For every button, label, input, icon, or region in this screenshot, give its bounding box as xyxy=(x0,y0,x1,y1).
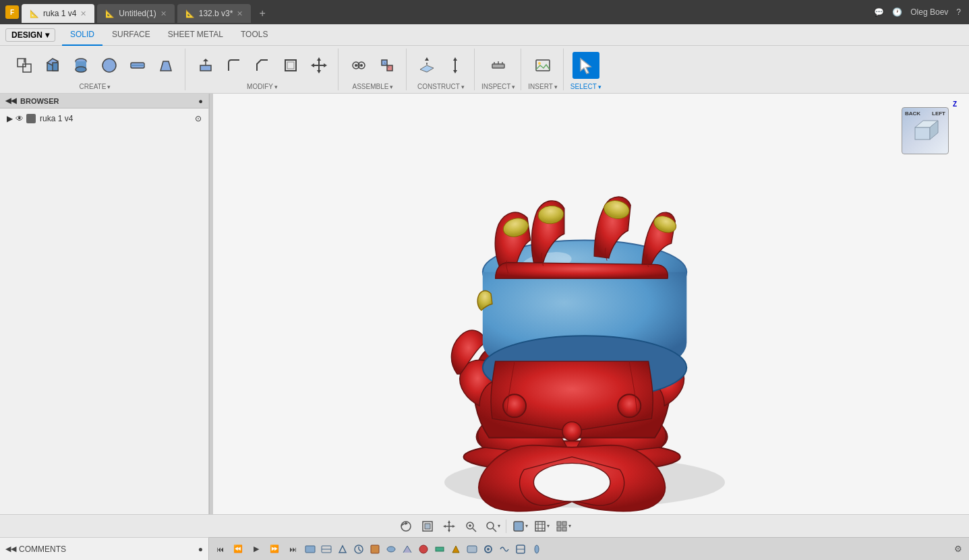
fit-btn[interactable] xyxy=(418,517,437,536)
orbit-btn[interactable] xyxy=(397,517,415,536)
assemble-joint-btn[interactable] xyxy=(345,52,372,79)
timeline-item-10[interactable] xyxy=(448,542,463,557)
timeline-next-btn[interactable]: ⏩ xyxy=(266,541,283,557)
comments-title: COMMENTS xyxy=(19,545,66,554)
tab-solid[interactable]: SOLID xyxy=(62,24,102,46)
svg-marker-23 xyxy=(324,63,327,67)
modify-fillet-btn[interactable] xyxy=(221,52,247,79)
inspect-measure-btn[interactable] xyxy=(485,52,512,79)
nav-cube-inner[interactable]: BACK LEFT xyxy=(902,107,949,154)
cube-z-label: Z xyxy=(953,100,957,108)
zoom-fit-btn[interactable] xyxy=(461,517,480,536)
timeline-item-11[interactable] xyxy=(465,542,479,557)
svg-marker-97 xyxy=(452,546,459,553)
nav-cube[interactable]: Z BACK LEFT xyxy=(902,107,956,161)
tab-132b[interactable]: 📐 132.b v3* ✕ xyxy=(177,4,252,23)
timeline-settings-btn[interactable]: ⚙ xyxy=(950,541,966,557)
browser-item-ruka[interactable]: ▶ 👁 ruka 1 v4 ⊙ xyxy=(4,113,204,125)
tab-ruka[interactable]: 📐 ruka 1 v4 ✕ xyxy=(22,4,94,23)
select-tool-btn[interactable] xyxy=(572,52,599,79)
browser-item-eye-icon[interactable]: 👁 xyxy=(16,114,24,123)
svg-point-27 xyxy=(360,64,363,67)
create-cylinder-btn[interactable] xyxy=(67,52,94,79)
tab-surface[interactable]: SURFACE xyxy=(104,24,158,46)
chat-icon[interactable]: 💬 xyxy=(874,7,884,17)
tab-icon-untitled: 📐 xyxy=(105,9,115,18)
view-options-btn[interactable]: ▾ xyxy=(554,517,572,536)
timeline-bar: ⏮ ⏪ ▶ ⏩ ⏭ xyxy=(209,537,969,560)
svg-rect-65 xyxy=(425,524,430,529)
add-tab-button[interactable]: + xyxy=(254,7,270,20)
timeline-item-15[interactable] xyxy=(529,542,544,557)
toolbar-group-modify-label[interactable]: MODIFY xyxy=(247,83,278,90)
display-mode-btn[interactable]: ▾ xyxy=(510,517,529,536)
timeline-item-1[interactable] xyxy=(303,542,318,557)
timeline-play-btn[interactable]: ▶ xyxy=(248,541,264,557)
timeline-item-4[interactable] xyxy=(351,542,366,557)
create-pipe-btn[interactable] xyxy=(124,52,151,79)
svg-point-95 xyxy=(419,545,428,553)
timeline-item-2[interactable] xyxy=(319,542,334,557)
toolbar-group-inspect-label[interactable]: INSPECT xyxy=(481,83,515,90)
timeline-prev-btn[interactable]: ⏪ xyxy=(230,541,246,557)
grid-btn[interactable]: ▾ xyxy=(532,517,551,536)
timeline-item-3[interactable] xyxy=(335,542,350,557)
toolbar-group-inspect: INSPECT xyxy=(476,49,521,90)
insert-image-btn[interactable] xyxy=(529,52,556,79)
toolbar-group-construct-label[interactable]: CONSTRUCT xyxy=(417,83,465,90)
help-icon[interactable]: ? xyxy=(956,7,961,17)
zoom-dropdown-btn[interactable]: ▾ xyxy=(483,517,502,536)
svg-rect-37 xyxy=(492,64,504,68)
create-sphere-btn[interactable] xyxy=(96,52,123,79)
toolbar-group-create-label[interactable]: CREATE xyxy=(80,83,111,90)
modify-press-pull-btn[interactable] xyxy=(192,52,219,79)
modify-chamfer-btn[interactable] xyxy=(249,52,276,79)
timeline-item-12[interactable] xyxy=(481,542,496,557)
svg-rect-13 xyxy=(200,65,211,71)
toolbar-group-insert-label[interactable]: INSERT xyxy=(528,83,558,90)
viewport[interactable]: Z BACK LEFT xyxy=(213,94,969,514)
timeline-item-6[interactable] xyxy=(384,542,399,557)
timeline-item-9[interactable] xyxy=(432,542,447,557)
tab-sheet-metal[interactable]: SHEET METAL xyxy=(160,24,231,46)
pan-btn[interactable] xyxy=(440,517,459,536)
create-loft-btn[interactable] xyxy=(152,52,179,79)
browser-collapse-icon[interactable]: ◀◀ xyxy=(5,96,16,105)
tab-label-132b: 132.b v3* xyxy=(199,9,233,18)
modify-move-btn[interactable] xyxy=(305,52,332,79)
timeline-item-8[interactable] xyxy=(416,542,431,557)
browser-item-options-icon[interactable]: ⊙ xyxy=(195,114,202,123)
timeline-item-14[interactable] xyxy=(513,542,528,557)
toolbar-tabs: DESIGN ▾ SOLID SURFACE SHEET METAL TOOLS xyxy=(0,24,969,46)
assemble-as-built-btn[interactable] xyxy=(374,52,401,79)
user-label[interactable]: Oleg Boev xyxy=(910,7,948,17)
toolbar-group-assemble-label[interactable]: ASSEMBLE xyxy=(353,83,394,90)
svg-rect-85 xyxy=(562,527,566,531)
tab-close-132b[interactable]: ✕ xyxy=(237,9,243,18)
modify-shell-btn[interactable] xyxy=(277,52,304,79)
svg-marker-89 xyxy=(339,546,346,553)
history-icon[interactable]: 🕐 xyxy=(892,7,902,17)
timeline-skip-end-btn[interactable]: ⏭ xyxy=(285,541,301,557)
svg-rect-41 xyxy=(536,60,550,71)
construct-axis-btn[interactable] xyxy=(442,52,469,79)
comments-pin-icon[interactable]: ● xyxy=(198,545,203,554)
tab-close-untitled[interactable]: ✕ xyxy=(160,9,167,18)
design-dropdown[interactable]: DESIGN ▾ xyxy=(5,28,55,42)
create-new-component-btn[interactable] xyxy=(11,52,38,79)
timeline-item-13[interactable] xyxy=(497,542,512,557)
toolbar-group-select-label[interactable]: SELECT xyxy=(570,83,601,90)
browser-item-expand-icon[interactable]: ▶ xyxy=(7,114,13,123)
tab-tools[interactable]: TOOLS xyxy=(233,24,276,46)
timeline-item-7[interactable] xyxy=(400,542,415,557)
tab-untitled[interactable]: 📐 Untitled(1) ✕ xyxy=(97,4,174,23)
comments-collapse-icon[interactable]: ◀◀ xyxy=(5,545,16,553)
tab-close-ruka[interactable]: ✕ xyxy=(80,9,86,18)
browser-pin-icon[interactable]: ● xyxy=(198,97,203,105)
svg-point-57 xyxy=(618,394,641,417)
timeline-skip-start-btn[interactable]: ⏮ xyxy=(212,541,228,557)
svg-marker-36 xyxy=(453,70,457,73)
create-box-btn[interactable] xyxy=(39,52,66,79)
timeline-item-5[interactable] xyxy=(368,542,382,557)
construct-plane-btn[interactable] xyxy=(413,52,440,79)
